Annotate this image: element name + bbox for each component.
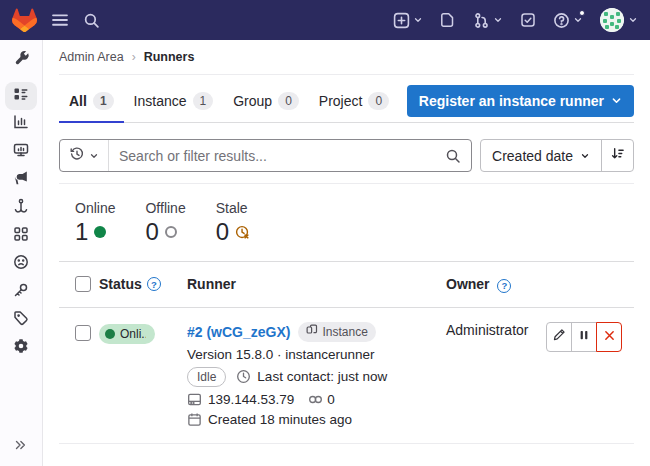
breadcrumb-admin-area[interactable]: Admin Area <box>59 50 124 64</box>
row-checkbox[interactable] <box>75 325 91 341</box>
sort-by-label: Created date <box>492 148 573 164</box>
hamburger-menu-icon[interactable] <box>51 11 69 29</box>
sidebar-collapse-button[interactable] <box>13 438 27 456</box>
runner-actions <box>546 322 634 352</box>
jobs-count-text: 0 <box>327 392 335 407</box>
runner-tabs: All 1 Instance 1 Group 0 Project 0 <box>59 84 399 122</box>
status-online-badge: Onli... <box>99 324 155 344</box>
search-input[interactable] <box>109 148 435 164</box>
sort-by-dropdown[interactable]: Created date <box>481 140 601 171</box>
merge-requests-menu[interactable] <box>473 12 503 29</box>
sidebar-item-system-hooks[interactable] <box>5 194 37 222</box>
tab-group[interactable]: Group 0 <box>223 84 309 123</box>
tab-instance[interactable]: Instance 1 <box>124 84 224 123</box>
runner-type-badge-label: Instance <box>322 325 367 339</box>
ip-address-icon <box>187 392 202 407</box>
stat-online-value: 1 <box>75 218 88 246</box>
table-header: Status ? Runner Owner ? <box>59 261 634 308</box>
sort-direction-button[interactable] <box>601 140 633 171</box>
owner-column-header: Owner <box>446 276 490 292</box>
admin-sidebar <box>0 40 43 466</box>
runner-column-header: Runner <box>187 276 236 292</box>
instance-badge-icon <box>306 324 318 339</box>
register-button-label: Register an instance runner <box>419 93 604 109</box>
tab-project-count: 0 <box>368 92 389 110</box>
stat-offline-value: 0 <box>145 218 158 246</box>
jobs-link-icon <box>308 392 323 407</box>
status-help-icon[interactable]: ? <box>147 277 161 291</box>
clock-icon <box>236 369 251 384</box>
online-status-icon <box>94 226 106 238</box>
hook-icon <box>13 198 29 218</box>
sidebar-item-abuse-reports[interactable] <box>5 250 37 278</box>
pause-icon <box>578 329 590 344</box>
sad-face-icon <box>13 254 29 274</box>
key-icon <box>13 282 29 302</box>
delete-runner-button[interactable] <box>596 322 622 352</box>
sort-controls: Created date <box>480 139 634 172</box>
sidebar-item-settings[interactable] <box>5 334 37 362</box>
breadcrumb-separator: › <box>132 50 136 64</box>
label-tag-icon <box>13 310 29 330</box>
runner-version-line: Version 15.8.0 · instancerunner <box>187 347 387 362</box>
search-submit-icon[interactable] <box>435 148 471 164</box>
tab-all[interactable]: All 1 <box>59 84 124 123</box>
tab-project[interactable]: Project 0 <box>309 84 399 123</box>
bar-chart-icon <box>13 114 29 134</box>
runner-name-link[interactable]: #2 (wCG_zeGX) <box>187 324 290 340</box>
sidebar-item-analytics[interactable] <box>5 110 37 138</box>
calendar-icon <box>187 412 202 427</box>
sidebar-item-deploy-keys[interactable] <box>5 278 37 306</box>
runner-type-badge: Instance <box>298 322 375 342</box>
tab-instance-label: Instance <box>134 93 187 109</box>
sidebar-item-monitoring[interactable] <box>5 138 37 166</box>
runner-table-row: Onli... #2 (wCG_zeGX) Instance Version 1… <box>59 308 634 444</box>
help-menu[interactable] <box>553 12 583 29</box>
search-history-dropdown[interactable] <box>60 140 109 171</box>
sidebar-item-overview[interactable] <box>5 82 37 110</box>
sidebar-item-admin[interactable] <box>5 46 37 74</box>
chevron-down-icon <box>611 93 622 109</box>
filter-toolbar: Created date <box>59 139 634 172</box>
user-menu[interactable] <box>600 8 638 32</box>
close-x-icon <box>603 329 616 345</box>
chevron-down-icon <box>580 148 590 164</box>
filtered-search-box[interactable] <box>59 139 472 172</box>
owner-help-icon[interactable]: ? <box>497 279 511 293</box>
select-all-checkbox[interactable] <box>75 276 91 292</box>
monitor-icon <box>13 142 29 162</box>
pencil-icon <box>552 328 566 345</box>
gitlab-admin-runners-page: Admin Area › Runners All 1 Instance 1 Gr… <box>0 0 650 466</box>
sidebar-item-applications[interactable] <box>5 222 37 250</box>
tab-instance-count: 1 <box>193 92 214 110</box>
overview-icon <box>13 86 29 106</box>
history-clock-icon <box>69 146 85 166</box>
owner-link[interactable]: Administrator <box>446 319 528 338</box>
stat-stale: Stale 0 <box>216 200 250 246</box>
sidebar-item-labels[interactable] <box>5 306 37 334</box>
runner-state-badge: Idle <box>187 367 226 387</box>
tab-group-count: 0 <box>278 92 299 110</box>
stale-clock-icon <box>235 225 250 240</box>
sidebar-item-messages[interactable] <box>5 166 37 194</box>
stat-online: Online 1 <box>75 200 115 246</box>
online-dot-icon <box>105 329 115 339</box>
runner-status-stats: Online 1 Offline 0 Stale 0 <box>59 184 634 246</box>
chevron-down-icon <box>413 15 423 25</box>
notification-dot <box>579 10 585 16</box>
edit-runner-button[interactable] <box>546 322 572 352</box>
ip-address-text: 139.144.53.79 <box>208 392 294 407</box>
todos-icon[interactable] <box>520 12 536 28</box>
issues-icon[interactable] <box>440 12 456 28</box>
pause-runner-button[interactable] <box>571 322 597 352</box>
created-ago-text: Created 18 minutes ago <box>208 412 352 427</box>
register-instance-runner-button[interactable]: Register an instance runner <box>407 85 634 117</box>
wrench-icon <box>13 50 30 71</box>
create-new-menu[interactable] <box>393 12 423 29</box>
chevron-down-icon <box>493 15 503 25</box>
search-icon[interactable] <box>83 12 100 29</box>
status-column-header: Status <box>99 276 142 292</box>
apps-grid-icon <box>13 226 29 246</box>
tab-group-label: Group <box>233 93 272 109</box>
gitlab-logo[interactable] <box>12 8 37 32</box>
